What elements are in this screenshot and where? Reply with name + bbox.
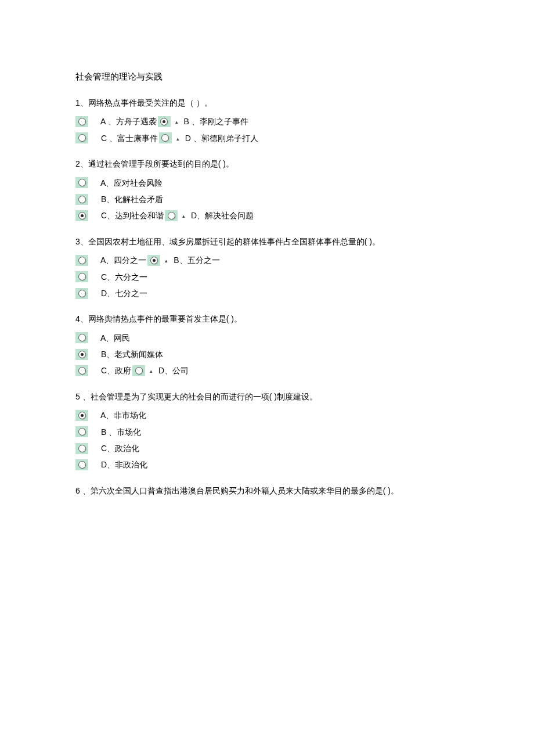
q4-radio-c[interactable] <box>75 365 88 376</box>
marker-icon: ▴ <box>175 118 178 126</box>
q1-option-a: A 、方舟子遇袭 <box>99 115 157 128</box>
q4-option-a: A、网民 <box>99 332 130 344</box>
question-3: 3、全国因农村土地征用、城乡房屋拆迁引起的群体性事件占全国群体事件总量的( )。 <box>75 235 459 248</box>
q1-radio-d[interactable] <box>159 132 172 143</box>
q2-radio-c[interactable] <box>75 210 88 221</box>
q5-radio-b[interactable] <box>75 426 88 437</box>
q1-row1: A 、方舟子遇袭 ▴ B 、李刚之子事件 <box>75 115 459 128</box>
page-title: 社会管理的理论与实践 <box>75 70 459 84</box>
q3-radio-c[interactable] <box>75 271 88 282</box>
q5-row-a: A、非市场化 <box>75 409 459 422</box>
q3-row-d: D、七分之一 <box>75 287 459 300</box>
q5-option-d: D、非政治化 <box>99 458 147 471</box>
q1-radio-a[interactable] <box>75 116 88 127</box>
q3-option-b: B、五分之一 <box>171 254 219 267</box>
q5-radio-d[interactable] <box>75 459 88 470</box>
marker-icon: ▴ <box>176 135 179 143</box>
q1-row2: C 、富士康事件 ▴ D 、郭德刚弟子打人 <box>75 132 459 145</box>
q4-option-d: D、公司 <box>156 364 189 377</box>
q2-row-a: A、应对社会风险 <box>75 177 459 189</box>
q4-option-c: C、政府 <box>99 364 131 377</box>
q5-radio-a[interactable] <box>75 410 88 421</box>
q2-option-a: A、应对社会风险 <box>99 177 163 189</box>
q3-option-d: D、七分之一 <box>99 287 147 300</box>
q2-row-b: B、化解社会矛盾 <box>75 193 459 206</box>
q2-radio-d[interactable] <box>165 210 178 221</box>
q1-radio-b[interactable] <box>158 116 171 127</box>
q5-row-c: C、政治化 <box>75 442 459 455</box>
q3-option-a: A、四分之一 <box>99 254 146 267</box>
q3-row-c: C、六分之一 <box>75 271 459 283</box>
q2-radio-b[interactable] <box>75 194 88 205</box>
question-5: 5 、社会管理是为了实现更大的社会目的而进行的一项( )制度建设。 <box>75 390 459 403</box>
question-6: 6 、第六次全国人口普查指出港澳台居民购买力和外籍人员来大陆或来华目的最多的是(… <box>75 484 459 497</box>
q3-row1: A、四分之一 ▴ B、五分之一 <box>75 254 459 267</box>
q2-radio-a[interactable] <box>75 177 88 188</box>
q5-option-b: B 、市场化 <box>99 426 141 438</box>
marker-icon: ▴ <box>165 257 168 265</box>
q2-option-b: B、化解社会矛盾 <box>99 193 163 206</box>
q5-option-a: A、非市场化 <box>99 409 146 422</box>
q1-radio-c[interactable] <box>75 132 88 143</box>
q4-radio-b[interactable] <box>75 349 88 360</box>
marker-icon: ▴ <box>150 367 153 375</box>
q5-row-b: B 、市场化 <box>75 426 459 438</box>
q4-option-b: B、老式新闻媒体 <box>99 348 163 361</box>
q3-radio-a[interactable] <box>75 255 88 266</box>
q4-row-b: B、老式新闻媒体 <box>75 348 459 361</box>
marker-icon: ▴ <box>182 212 185 220</box>
q1-option-d: D 、郭德刚弟子打人 <box>183 132 258 145</box>
q1-option-c: C 、富士康事件 <box>99 132 158 145</box>
q2-option-c: C、达到社会和谐 <box>99 209 164 222</box>
q1-option-b: B 、李刚之子事件 <box>182 115 248 128</box>
q3-radio-d[interactable] <box>75 288 88 299</box>
q5-row-d: D、非政治化 <box>75 458 459 471</box>
q3-radio-b[interactable] <box>147 255 160 266</box>
q2-row-c: C、达到社会和谐 ▴ D、解决社会问题 <box>75 209 459 222</box>
question-1: 1、网络热点事件最受关注的是（ ）。 <box>75 96 459 109</box>
q2-option-d: D、解决社会问题 <box>189 209 254 222</box>
question-2: 2、通过社会管理手段所要达到的目的是( )。 <box>75 157 459 170</box>
question-4: 4、网络舆情热点事件的最重要首发主体是( )。 <box>75 312 459 325</box>
q5-option-c: C、政治化 <box>99 442 139 455</box>
q5-radio-c[interactable] <box>75 443 88 454</box>
q4-radio-a[interactable] <box>75 332 88 343</box>
q3-option-c: C、六分之一 <box>99 271 147 283</box>
q4-row-c: C、政府 ▴ D、公司 <box>75 364 459 377</box>
q4-radio-d[interactable] <box>132 365 145 376</box>
q4-row-a: A、网民 <box>75 332 459 344</box>
